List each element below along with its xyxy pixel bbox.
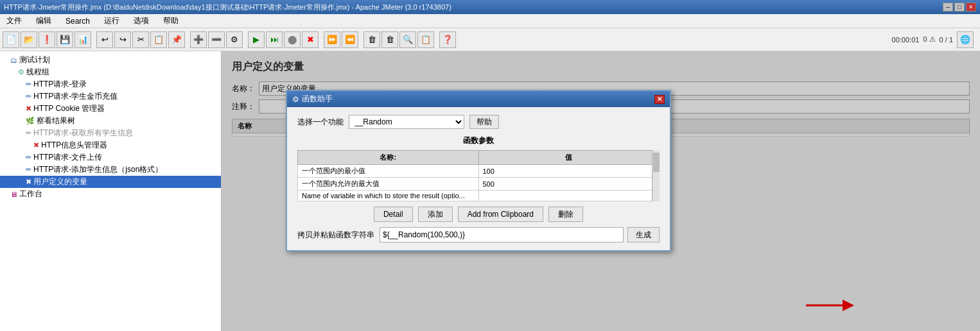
toolbar-btn5[interactable]: 📊 bbox=[74, 31, 91, 48]
stop-button[interactable]: ⬤ bbox=[284, 31, 301, 48]
menu-options[interactable]: 选项 bbox=[130, 14, 153, 28]
testplan-icon: 🗂 bbox=[10, 56, 17, 64]
param-name-min: 一个范围内的最小值 bbox=[298, 165, 479, 178]
new-button[interactable]: 📄 bbox=[3, 31, 19, 48]
remote-start[interactable]: ⏩ bbox=[324, 31, 340, 48]
menu-bar: 文件 编辑 Search 运行 选项 帮助 bbox=[0, 14, 980, 28]
params-table-wrapper: 名称: 值 一个范围内的最小值 bbox=[297, 150, 660, 201]
window-controls: ─ □ ✕ bbox=[943, 3, 976, 12]
sidebar-item-http-login[interactable]: ✏ HTTP请求-登录 bbox=[0, 78, 221, 90]
sidebar-item-label-http-header: HTTP信息头管理器 bbox=[41, 140, 107, 151]
http-upload-icon: ✏ bbox=[26, 153, 31, 162]
http-students-icon: ✏ bbox=[26, 129, 31, 137]
close-button[interactable]: ✕ bbox=[966, 3, 976, 12]
select-function-label: 选择一个功能 bbox=[297, 117, 344, 128]
remove-button[interactable]: ➖ bbox=[208, 31, 225, 48]
paste-button[interactable]: 📌 bbox=[168, 31, 185, 48]
menu-run[interactable]: 运行 bbox=[100, 14, 123, 28]
help-button[interactable]: 帮助 bbox=[469, 115, 499, 129]
params-title: 函数参数 bbox=[297, 135, 660, 146]
dialog-body: 选择一个功能 __Random 帮助 函数参数 bbox=[287, 107, 670, 250]
sidebar-item-testplan[interactable]: 🗂 测试计划 bbox=[0, 54, 221, 66]
clear-button[interactable]: 🗑 bbox=[363, 31, 380, 48]
sidebar-item-http-upload[interactable]: ✏ HTTP请求-文件上传 bbox=[0, 151, 221, 164]
results-tree-icon: 🌿 bbox=[26, 117, 35, 125]
sidebar-item-label-testplan: 测试计划 bbox=[19, 55, 50, 65]
sidebar-item-label-http-coins: HTTP请求-学生金币充值 bbox=[33, 91, 118, 102]
http-header-icon: ✖ bbox=[33, 141, 39, 149]
save-button[interactable]: 💾 bbox=[57, 31, 73, 48]
open-button[interactable]: 📂 bbox=[21, 31, 37, 48]
toolbar-btn3[interactable]: ❗ bbox=[39, 31, 55, 48]
global-settings-btn[interactable]: 🌐 bbox=[957, 31, 974, 48]
warning-count: 0 ⚠ bbox=[923, 35, 935, 44]
generate-button[interactable]: 生成 bbox=[627, 227, 660, 242]
start-button[interactable]: ▶ bbox=[248, 31, 265, 48]
toolbar-expand[interactable]: ⚙ bbox=[226, 31, 243, 48]
maximize-button[interactable]: □ bbox=[954, 3, 965, 12]
sidebar-item-label-workbench: 工作台 bbox=[19, 189, 42, 199]
sidebar-item-http-add-student[interactable]: ✏ HTTP请求-添加学生信息（json格式） bbox=[0, 164, 221, 176]
sidebar-item-cookie[interactable]: ✖ HTTP Cookie 管理器 bbox=[0, 103, 221, 115]
params-section: 函数参数 名称: 值 bbox=[297, 135, 660, 201]
test-counter: 0 / 1 bbox=[940, 36, 953, 44]
sidebar-item-workbench[interactable]: 🖥 工作台 bbox=[0, 188, 221, 200]
param-name-max: 一个范围内允许的最大值 bbox=[298, 178, 479, 191]
copy-input[interactable] bbox=[380, 227, 624, 242]
timer-info: 00:00:01 0 ⚠ 0 / 1 🌐 bbox=[892, 31, 974, 48]
sidebar-item-label-cookie: HTTP Cookie 管理器 bbox=[33, 103, 105, 114]
http-coins-icon: ✏ bbox=[26, 92, 31, 101]
param-value-min[interactable] bbox=[478, 165, 660, 178]
param-row-varname: Name of variable in which to store the r… bbox=[298, 191, 660, 201]
sidebar-item-label-http-upload: HTTP请求-文件上传 bbox=[33, 152, 102, 163]
undo-button[interactable]: ↩ bbox=[96, 31, 113, 48]
add-button[interactable]: ➕ bbox=[190, 31, 207, 48]
help-btn[interactable]: ❓ bbox=[439, 31, 456, 48]
start-no-pause[interactable]: ⏭ bbox=[266, 31, 283, 48]
menu-edit[interactable]: 编辑 bbox=[32, 14, 55, 28]
http-add-student-icon: ✏ bbox=[26, 166, 31, 174]
add-button[interactable]: 添加 bbox=[418, 207, 453, 222]
shutdown-button[interactable]: ✖ bbox=[302, 31, 319, 48]
main-layout: 🗂 测试计划 ⚙ 线程组 ✏ HTTP请求-登录 ✏ HTTP请求-学生金币充值… bbox=[0, 51, 980, 331]
arrow-indicator bbox=[803, 298, 855, 313]
detail-button[interactable]: Detail bbox=[374, 207, 413, 222]
menu-file[interactable]: 文件 bbox=[3, 14, 26, 28]
sidebar-item-results-tree[interactable]: 🌿 察看结果树 bbox=[0, 115, 221, 127]
dialog-action-buttons: Detail 添加 Add from Clipboard 删除 bbox=[297, 207, 660, 222]
copy-generate-row: 拷贝并粘贴函数字符串 生成 bbox=[297, 227, 660, 242]
sidebar-item-threadgroup[interactable]: ⚙ 线程组 bbox=[0, 66, 221, 78]
param-value-varname[interactable] bbox=[478, 191, 660, 201]
search-btn[interactable]: 🔍 bbox=[399, 31, 416, 48]
copy-button[interactable]: 📋 bbox=[150, 31, 167, 48]
param-value-max[interactable] bbox=[478, 178, 660, 191]
sidebar-item-http-header[interactable]: ✖ HTTP信息头管理器 bbox=[0, 139, 221, 151]
dialog-title-icon: ⚙ bbox=[292, 95, 299, 104]
delete-button[interactable]: 删除 bbox=[548, 207, 583, 222]
title-bar: HTTP请求-Jmeter常用操作.jmx (D:\BaiduNetdiskDo… bbox=[0, 0, 980, 14]
function-select[interactable]: __Random bbox=[349, 115, 464, 129]
params-col-name: 名称: bbox=[298, 151, 479, 165]
workbench-icon: 🖥 bbox=[10, 191, 17, 198]
log-viewer[interactable]: 📋 bbox=[417, 31, 434, 48]
content-area: 用户定义的变量 名称： 注释： 名称 值 Description bbox=[222, 51, 980, 331]
sidebar-item-http-students[interactable]: ✏ HTTP请求-获取所有学生信息 bbox=[0, 127, 221, 139]
minimize-button[interactable]: ─ bbox=[943, 3, 953, 12]
sidebar-item-user-vars[interactable]: ✖ 用户定义的变量 bbox=[0, 176, 221, 188]
dialog-close-button[interactable]: ✕ bbox=[654, 95, 665, 104]
menu-search[interactable]: Search bbox=[62, 15, 94, 27]
sidebar-item-http-coins[interactable]: ✏ HTTP请求-学生金币充值 bbox=[0, 90, 221, 103]
remote-stop[interactable]: ⏪ bbox=[342, 31, 358, 48]
menu-help[interactable]: 帮助 bbox=[159, 14, 182, 28]
user-vars-icon: ✖ bbox=[26, 178, 31, 186]
timer-display: 00:00:01 bbox=[892, 36, 920, 44]
dialog-title-group: ⚙ 函数助手 bbox=[292, 94, 333, 105]
dialog-overlay: ⚙ 函数助手 ✕ 选择一个功能 __Random 帮助 bbox=[222, 51, 980, 331]
clear-all-button[interactable]: 🗑 bbox=[381, 31, 398, 48]
redo-button[interactable]: ↪ bbox=[114, 31, 131, 48]
add-from-clipboard-button[interactable]: Add from Clipboard bbox=[458, 207, 543, 222]
param-name-varname: Name of variable in which to store the r… bbox=[298, 191, 479, 201]
function-helper-dialog: ⚙ 函数助手 ✕ 选择一个功能 __Random 帮助 bbox=[286, 90, 671, 251]
cut-button[interactable]: ✂ bbox=[132, 31, 149, 48]
table-scrollbar[interactable] bbox=[652, 150, 660, 201]
